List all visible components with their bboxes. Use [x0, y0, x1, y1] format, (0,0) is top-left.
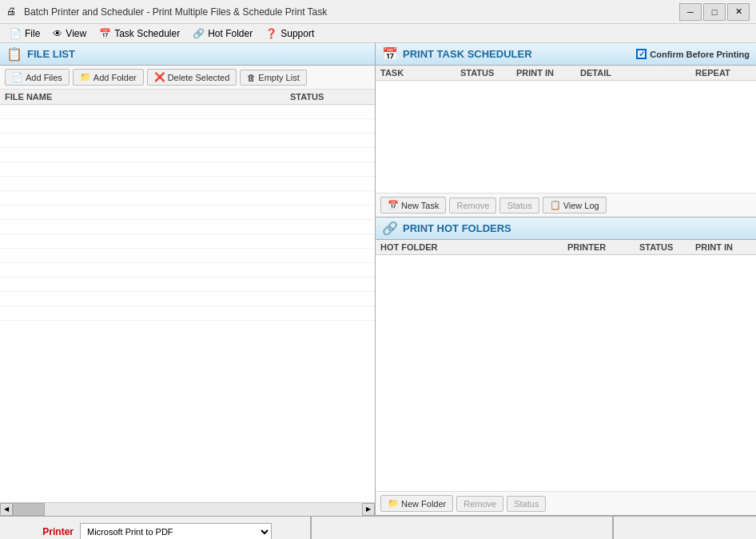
- scroll-left-arrow[interactable]: ◀: [0, 503, 13, 516]
- view-log-icon: 📋: [550, 200, 561, 210]
- menu-file[interactable]: 📄 File: [3, 26, 46, 41]
- add-folder-button[interactable]: 📁 Add Folder: [73, 69, 144, 86]
- hotfolder-icon: 🔗: [382, 221, 398, 236]
- maximize-button[interactable]: □: [703, 3, 726, 21]
- remove-folder-label: Remove: [464, 499, 496, 509]
- hf-print-in-col: PRINT IN: [695, 242, 751, 252]
- new-folder-icon: 📁: [388, 498, 399, 509]
- view-icon: 👁: [53, 28, 62, 39]
- status-header: STATUS: [290, 92, 370, 102]
- table-row: [0, 119, 375, 134]
- hotfolder-title: PRINT HOT FOLDERS: [403, 222, 511, 234]
- file-table-header: FILE NAME STATUS: [0, 90, 375, 105]
- confirm-checkbox[interactable]: ✓: [636, 49, 647, 59]
- empty-list-button[interactable]: 🗑 Empty List: [240, 70, 306, 86]
- table-row: [0, 191, 375, 206]
- table-row: [0, 292, 375, 306]
- file-list-panel: 📋 FILE LIST 📄 Add Files 📁 Add Folder ❌ D…: [0, 43, 376, 515]
- app-icon: 🖨: [6, 6, 19, 18]
- remove-task-button[interactable]: Remove: [449, 198, 496, 214]
- hotfolder-header: 🔗 PRINT HOT FOLDERS: [376, 218, 756, 240]
- main-content: 📋 FILE LIST 📄 Add Files 📁 Add Folder ❌ D…: [0, 43, 756, 515]
- file-icon: 📄: [10, 28, 22, 39]
- delete-icon: ❌: [154, 72, 165, 82]
- confirm-checkbox-container[interactable]: ✓ Confirm Before Printing: [636, 49, 750, 59]
- delete-selected-label: Delete Selected: [168, 73, 230, 82]
- title-bar: 🖨 Batch Printer and Scheduler - Print Mu…: [0, 0, 756, 24]
- close-button[interactable]: ✕: [727, 3, 750, 21]
- delete-selected-button[interactable]: ❌ Delete Selected: [147, 69, 237, 86]
- start-printing-button[interactable]: 🖨 Start Printing: [627, 526, 743, 540]
- table-row: [0, 249, 375, 263]
- hot-folders-section: 🔗 PRINT HOT FOLDERS HOT FOLDER PRINTER S…: [376, 218, 756, 515]
- hotfolder-toolbar: 📁 New Folder Remove Status: [376, 491, 756, 515]
- table-row: [0, 177, 375, 191]
- horizontal-scrollbar[interactable]: ◀ ▶: [0, 502, 375, 515]
- menu-view[interactable]: 👁 View: [46, 26, 93, 41]
- status-col-header: STATUS: [460, 68, 516, 78]
- menu-support[interactable]: ❓ Support: [259, 26, 320, 41]
- table-row: [0, 148, 375, 162]
- table-row: [0, 206, 375, 220]
- print-in-col-header: PRINT IN: [516, 68, 580, 78]
- add-files-icon: 📄: [12, 72, 23, 82]
- remove-folder-button[interactable]: Remove: [456, 496, 503, 512]
- table-row: [0, 105, 375, 119]
- new-folder-label: New Folder: [401, 499, 446, 509]
- printer-col: PRINTER: [567, 242, 639, 252]
- scroll-right-arrow[interactable]: ▶: [362, 503, 375, 516]
- file-list-header: 📋 FILE LIST: [0, 43, 375, 66]
- status-task-button[interactable]: Status: [499, 198, 539, 214]
- add-files-label: Add Files: [26, 73, 62, 82]
- empty-icon: 🗑: [247, 73, 256, 82]
- table-row: [0, 306, 375, 321]
- minimize-button[interactable]: ─: [679, 3, 702, 21]
- scheduler-title: PRINT TASK SCHEDULER: [403, 48, 532, 60]
- new-task-icon: 📅: [388, 200, 399, 210]
- hotfolder-icon: 🔗: [193, 28, 205, 39]
- scheduler-header: 📅 PRINT TASK SCHEDULER ✓ Confirm Before …: [376, 43, 756, 66]
- settings-panel: Printer Microsoft Print to PDF Page Size…: [0, 515, 756, 539]
- repeat-col-header: REPEAT: [695, 68, 751, 78]
- hotfolder-table-body[interactable]: [376, 255, 756, 491]
- table-row: [0, 162, 375, 177]
- new-folder-button[interactable]: 📁 New Folder: [380, 495, 453, 512]
- task-table-body[interactable]: [376, 81, 756, 193]
- scroll-thumb[interactable]: [13, 503, 45, 516]
- printer-select[interactable]: Microsoft Print to PDF: [80, 523, 272, 539]
- view-log-label: View Log: [563, 201, 599, 210]
- new-task-label: New Task: [401, 201, 439, 210]
- menu-task-scheduler[interactable]: 📅 Task Scheduler: [93, 26, 186, 41]
- start-printing-icon: 🖨: [670, 533, 699, 540]
- menu-bar: 📄 File 👁 View 📅 Task Scheduler 🔗 Hot Fol…: [0, 24, 756, 43]
- menu-hot-folder[interactable]: 🔗 Hot Folder: [186, 26, 259, 41]
- table-row: [0, 277, 375, 292]
- start-printing-section: 🖨 Start Printing: [612, 517, 756, 539]
- hot-folder-col: HOT FOLDER: [380, 242, 567, 252]
- adv-printer-section: 🖨 Advance Printer Setting: [312, 517, 612, 539]
- file-name-header: FILE NAME: [5, 92, 290, 102]
- hf-status-button[interactable]: Status: [507, 496, 546, 512]
- table-row: [0, 134, 375, 148]
- support-icon: ❓: [265, 28, 277, 39]
- menu-support-label: Support: [281, 28, 314, 39]
- right-panel: 📅 PRINT TASK SCHEDULER ✓ Confirm Before …: [376, 43, 756, 515]
- add-files-button[interactable]: 📄 Add Files: [5, 69, 70, 86]
- task-scheduler-section: 📅 PRINT TASK SCHEDULER ✓ Confirm Before …: [376, 43, 756, 218]
- add-folder-label: Add Folder: [94, 73, 137, 82]
- status-task-label: Status: [507, 201, 531, 210]
- task-table-header: TASK STATUS PRINT IN DETAIL REPEAT: [376, 66, 756, 81]
- confirm-label: Confirm Before Printing: [650, 50, 750, 59]
- scroll-track[interactable]: [13, 503, 362, 516]
- table-row: [0, 220, 375, 234]
- table-row: [0, 234, 375, 249]
- new-task-button[interactable]: 📅 New Task: [380, 197, 446, 214]
- scheduler-icon: 📅: [382, 46, 398, 62]
- window-controls: ─ □ ✕: [679, 3, 750, 21]
- menu-hot-folder-label: Hot Folder: [208, 28, 253, 39]
- view-log-button[interactable]: 📋 View Log: [543, 197, 607, 214]
- hotfolder-table-header: HOT FOLDER PRINTER STATUS PRINT IN: [376, 240, 756, 255]
- menu-task-scheduler-label: Task Scheduler: [114, 28, 180, 39]
- file-table-body[interactable]: [0, 105, 375, 502]
- add-folder-icon: 📁: [80, 72, 91, 82]
